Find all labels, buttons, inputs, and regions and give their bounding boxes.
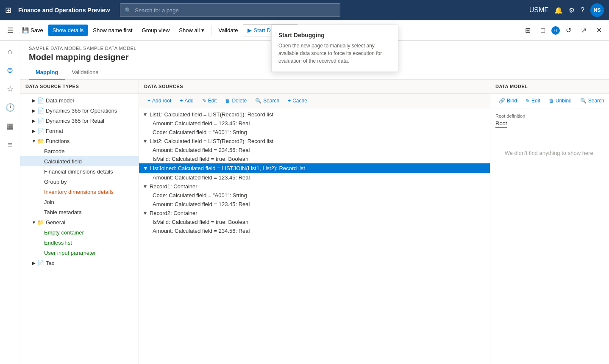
- toggle-icon: ▶: [31, 107, 37, 114]
- show-name-first-button[interactable]: Show name first: [89, 25, 136, 36]
- content-area: SAMPLE DATA MODEL SAMPLE DATA MODEL Mode…: [20, 41, 609, 364]
- add-root-button[interactable]: + Add root: [144, 96, 175, 105]
- settings-icon[interactable]: ⚙: [569, 6, 575, 14]
- hamburger-icon[interactable]: ☰: [3, 24, 17, 37]
- edit-icon: ✎: [526, 98, 530, 104]
- clock-icon[interactable]: 🕐: [3, 100, 18, 115]
- grid-icon[interactable]: ▦: [3, 119, 18, 134]
- star-icon[interactable]: ☆: [3, 81, 18, 97]
- global-search-bar[interactable]: 🔍 Search for a page: [120, 3, 340, 17]
- tree-item-tax[interactable]: ▶ 📄 Tax: [20, 258, 139, 268]
- org-label: USMF: [529, 6, 548, 14]
- ds-record2-isvalid[interactable]: IsValid: Calculated field = true: Boolea…: [139, 218, 490, 226]
- node-icon: 📄: [37, 118, 44, 124]
- ds-record2[interactable]: ▼ Record2: Container: [139, 209, 490, 218]
- group-view-button[interactable]: Group view: [138, 25, 174, 36]
- tree-item-inventory-dims[interactable]: Inventory dimensions details: [20, 187, 139, 197]
- cache-icon: +: [288, 98, 291, 104]
- bind-button[interactable]: 🔗 Bind: [495, 96, 520, 105]
- tooltip-body: Open the new page to manually select any…: [278, 42, 391, 65]
- close-icon[interactable]: ✕: [592, 24, 606, 37]
- ds-record1-amount[interactable]: Amount: Calculated field = 123.45: Real: [139, 200, 490, 209]
- link-icon: 🔗: [499, 98, 505, 104]
- search-button[interactable]: 🔍 Search: [252, 96, 283, 105]
- list-icon[interactable]: ≡: [3, 137, 18, 152]
- edit-button[interactable]: ✎ Edit: [199, 96, 220, 105]
- ds-record1-code[interactable]: Code: Calculated field = "A001": String: [139, 191, 490, 200]
- add-button[interactable]: + Add: [176, 96, 197, 105]
- cache-button[interactable]: + Cache: [284, 96, 311, 105]
- ds-list2[interactable]: ▼ List2: Calculated field = LIST(Record2…: [139, 137, 490, 146]
- panel-right-header: DATA MODEL: [490, 80, 609, 94]
- validate-button[interactable]: Validate: [214, 25, 242, 36]
- folder-icon: 📁: [37, 138, 44, 144]
- filter-nav-icon[interactable]: ⊜: [3, 63, 18, 78]
- data-source-types-tree: ▶ 📄 Data model ▶ 📄 Dynamics 365 for Oper…: [20, 94, 139, 364]
- tree-item-calculated-field[interactable]: Calculated field: [20, 156, 139, 166]
- help-icon[interactable]: ?: [581, 6, 584, 14]
- ds-record2-amount[interactable]: Amount: Calculated field = 234.56: Real: [139, 226, 490, 235]
- tree-item-financial-dims[interactable]: Financial dimensions details: [20, 166, 139, 176]
- tree-item-group-by[interactable]: Group by: [20, 176, 139, 187]
- tree-item-d365-retail[interactable]: ▶ 📄 Dynamics 365 for Retail: [20, 116, 139, 126]
- notification-icon[interactable]: 🔔: [554, 6, 563, 14]
- toggle-icon: ▼: [143, 165, 148, 171]
- debug-icon: ▶: [247, 27, 252, 33]
- root-def-value: Root: [495, 120, 507, 128]
- unbind-icon: 🗑: [549, 98, 554, 104]
- open-icon[interactable]: ↗: [577, 24, 590, 37]
- ds-list2-amount[interactable]: Amount: Calculated field = 234.56: Real: [139, 146, 490, 154]
- badge-count[interactable]: 0: [551, 26, 560, 35]
- search-icon: 🔍: [125, 7, 131, 14]
- tree-item-general[interactable]: ▼ 📁 General: [20, 217, 139, 227]
- delete-icon: 🗑: [225, 98, 230, 104]
- layout-icon[interactable]: □: [536, 24, 550, 37]
- tree-item-d365-operations[interactable]: ▶ 📄 Dynamics 365 for Operations: [20, 105, 139, 116]
- tree-item-join[interactable]: Join: [20, 197, 139, 207]
- dm-search-button[interactable]: 🔍 Search: [577, 96, 608, 105]
- tree-item-table-metadata[interactable]: Table metadata: [20, 207, 139, 217]
- tree-item-format[interactable]: ▶ 📄 Format: [20, 126, 139, 136]
- tab-mapping[interactable]: Mapping: [29, 66, 65, 80]
- dm-edit-button[interactable]: ✎ Edit: [522, 96, 544, 105]
- folder-icon: 📁: [37, 219, 44, 226]
- tab-validations[interactable]: Validations: [65, 66, 105, 80]
- unbind-button[interactable]: 🗑 Unbind: [545, 96, 575, 105]
- panel-data-sources: DATA SOURCES + Add root + Add ✎ Edit: [139, 80, 490, 364]
- panel-data-model: DATA MODEL 🔗 Bind ✎ Edit 🗑 Unbind: [490, 80, 609, 364]
- tree-item-user-input-param[interactable]: User input parameter: [20, 248, 139, 258]
- root-definition-section: Root definition Root: [490, 108, 609, 133]
- filter-icon[interactable]: ⊞: [521, 24, 534, 37]
- top-nav-right: USMF 🔔 ⚙ ? NS: [529, 3, 604, 17]
- tree-item-functions[interactable]: ▼ 📁 Functions: [20, 136, 139, 146]
- save-button[interactable]: 💾 Save: [18, 25, 47, 36]
- app-grid-icon[interactable]: ⊞: [5, 6, 11, 15]
- tree-item-barcode[interactable]: Barcode: [20, 146, 139, 156]
- ds-record1[interactable]: ▼ Record1: Container: [139, 182, 490, 191]
- delete-button[interactable]: 🗑 Delete: [222, 96, 250, 105]
- ds-listjoined[interactable]: ▼ ListJoined: Calculated field = LISTJOI…: [139, 163, 490, 173]
- tree-item-endless-list[interactable]: Endless list: [20, 237, 139, 248]
- ds-list1-amount[interactable]: Amount: Calculated field = 123.45: Real: [139, 119, 490, 128]
- toggle-icon: ▶: [31, 97, 37, 104]
- home-icon[interactable]: ⌂: [3, 44, 18, 59]
- show-all-button[interactable]: Show all ▾: [175, 25, 209, 36]
- ds-listjoined-amount[interactable]: Amount: Calculated field = 123.45: Real: [139, 173, 490, 182]
- plus-icon: +: [180, 98, 183, 104]
- top-nav: ⊞ Finance and Operations Preview 🔍 Searc…: [0, 0, 609, 20]
- toggle-icon: ▼: [142, 138, 148, 144]
- ds-list2-isvalid[interactable]: IsValid: Calculated field = true: Boolea…: [139, 154, 490, 163]
- search-icon: 🔍: [255, 98, 261, 104]
- left-nav: ⌂ ⊜ ☆ 🕐 ▦ ≡: [0, 41, 20, 364]
- node-icon: 📄: [37, 128, 44, 134]
- node-icon: 📄: [37, 260, 44, 266]
- ribbon-right-icons: ⊞ □ 0 ↺ ↗ ✕: [521, 24, 606, 37]
- show-details-button[interactable]: Show details: [48, 25, 88, 36]
- empty-message: We didn't find anything to show here.: [490, 133, 609, 173]
- user-avatar[interactable]: NS: [590, 3, 604, 17]
- ds-list1-code[interactable]: Code: Calculated field = "A001": String: [139, 128, 490, 137]
- tree-item-empty-container[interactable]: Empty container: [20, 227, 139, 237]
- refresh-icon[interactable]: ↺: [562, 24, 575, 37]
- tree-item-data-model[interactable]: ▶ 📄 Data model: [20, 95, 139, 105]
- ds-list1[interactable]: ▼ List1: Calculated field = LIST(Record1…: [139, 110, 490, 119]
